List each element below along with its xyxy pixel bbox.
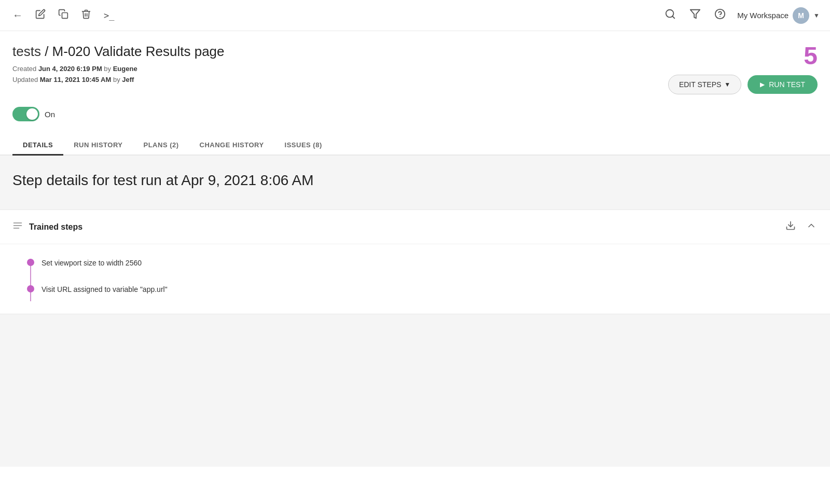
edit-icon xyxy=(35,9,46,22)
tab-details[interactable]: DETAILS xyxy=(12,136,63,156)
updated-by: Jeff xyxy=(122,76,134,83)
trained-steps-card: Trained steps xyxy=(0,209,830,314)
toggle-label: On xyxy=(45,110,55,119)
toolbar-left: ← xyxy=(10,7,116,24)
trained-steps-header: Trained steps xyxy=(0,210,830,244)
back-button[interactable]: ← xyxy=(10,7,25,23)
tab-issues[interactable]: ISSUES (8) xyxy=(274,136,333,156)
edit-steps-button[interactable]: EDIT STEPS ▼ xyxy=(668,75,741,94)
updated-date: Mar 11, 2021 10:45 AM xyxy=(40,76,112,83)
meta-created: Created Jun 4, 2020 6:19 PM by Eugene xyxy=(12,64,225,75)
delete-icon xyxy=(81,9,91,22)
download-button[interactable] xyxy=(784,219,797,234)
back-icon: ← xyxy=(12,9,23,21)
workspace-button[interactable]: My Workspace M ▼ xyxy=(737,7,820,24)
trained-steps-actions xyxy=(784,219,818,234)
collapse-button[interactable] xyxy=(805,219,818,234)
step-1-text: Set viewport size to width 2560 xyxy=(33,255,142,269)
list-item: Set viewport size to width 2560 xyxy=(12,248,818,275)
tabs-bar: DETAILS RUN HISTORY PLANS (2) CHANGE HIS… xyxy=(0,125,830,156)
search-icon xyxy=(665,8,676,22)
copy-button[interactable] xyxy=(56,7,71,24)
created-by: Eugene xyxy=(113,65,137,73)
steps-list: Set viewport size to width 2560 Visit UR… xyxy=(0,244,830,314)
step-details-heading: Step details for test run at Apr 9, 2021… xyxy=(0,156,830,201)
step-dot xyxy=(27,285,34,292)
edit-steps-label: EDIT STEPS xyxy=(679,80,721,89)
edit-button[interactable] xyxy=(33,7,48,24)
workspace-dropdown-icon: ▼ xyxy=(813,12,820,19)
list-icon xyxy=(12,220,23,233)
svg-marker-3 xyxy=(690,10,700,19)
help-button[interactable] xyxy=(712,6,728,24)
copy-icon xyxy=(58,9,68,22)
step-count: 5 xyxy=(804,44,818,68)
header-left: tests / M-020 Validate Results page Crea… xyxy=(12,44,225,86)
run-test-label: RUN TEST xyxy=(769,80,805,89)
page-header: tests / M-020 Validate Results page Crea… xyxy=(0,31,830,94)
header-actions: EDIT STEPS ▼ ▶ RUN TEST xyxy=(668,75,818,94)
header-right: 5 EDIT STEPS ▼ ▶ RUN TEST xyxy=(668,44,818,94)
tab-run-history[interactable]: RUN HISTORY xyxy=(63,136,133,156)
tab-change-history[interactable]: CHANGE HISTORY xyxy=(189,136,274,156)
svg-rect-0 xyxy=(62,13,68,19)
page-title-text: M-020 Validate Results page xyxy=(52,44,225,59)
terminal-icon: >_ xyxy=(104,10,114,21)
created-date: Jun 4, 2020 6:19 PM xyxy=(38,65,102,73)
help-icon xyxy=(714,8,726,22)
list-item: Visit URL assigned to variable "app.url" xyxy=(12,275,818,301)
main-content: Step details for test run at Apr 9, 2021… xyxy=(0,156,830,467)
filter-button[interactable] xyxy=(687,6,703,24)
page-title: tests / M-020 Validate Results page xyxy=(12,44,225,60)
step-2-text: Visit URL assigned to variable "app.url" xyxy=(33,281,168,295)
trained-steps-title: Trained steps xyxy=(29,222,82,232)
tab-plans[interactable]: PLANS (2) xyxy=(133,136,189,156)
delete-button[interactable] xyxy=(79,7,93,24)
meta-updated: Updated Mar 11, 2021 10:45 AM by Jeff xyxy=(12,75,225,86)
step-dot xyxy=(27,259,34,266)
run-test-button[interactable]: ▶ RUN TEST xyxy=(748,75,818,94)
toolbar-right: My Workspace M ▼ xyxy=(662,6,820,24)
toolbar: ← xyxy=(0,0,830,31)
workspace-label: My Workspace xyxy=(737,11,789,20)
toggle-section: On xyxy=(0,94,830,121)
edit-steps-dropdown-icon: ▼ xyxy=(724,81,730,88)
play-icon: ▶ xyxy=(760,81,765,88)
terminal-button[interactable]: >_ xyxy=(102,8,116,23)
trained-steps-title-group: Trained steps xyxy=(12,220,82,233)
avatar: M xyxy=(793,7,809,24)
status-toggle[interactable] xyxy=(12,107,39,121)
breadcrumb-tests: tests xyxy=(12,44,41,59)
toggle-knob xyxy=(26,108,38,120)
filter-icon xyxy=(689,8,701,22)
search-button[interactable] xyxy=(662,6,678,24)
svg-line-2 xyxy=(672,16,674,18)
